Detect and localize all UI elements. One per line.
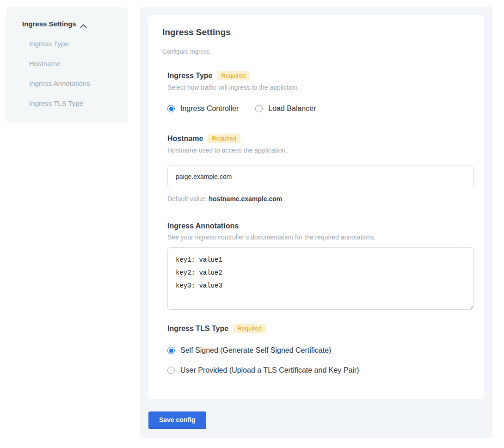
radio-label: Load Balancer	[268, 104, 316, 113]
section-ingress-type: Ingress Type Required Select how traffic…	[167, 71, 470, 113]
hostname-input[interactable]	[167, 166, 474, 187]
save-config-button[interactable]: Save config	[148, 411, 206, 429]
ingress-tls-radio-group: Self Signed (Generate Self Signed Certif…	[167, 346, 470, 374]
default-value-text: hostname.example.com	[209, 195, 283, 203]
radio-label: Ingress Controller	[180, 104, 239, 113]
config-card: Ingress Settings Configure Ingress Ingre…	[148, 15, 484, 399]
section-ingress-tls-type: Ingress TLS Type Required Self Signed (G…	[167, 324, 470, 374]
chevron-up-icon	[80, 22, 87, 26]
sidebar-group-ingress-settings[interactable]: Ingress Settings	[22, 20, 128, 28]
page-title: Ingress Settings	[162, 27, 470, 37]
radio-button-icon	[167, 105, 175, 112]
radio-button-icon	[167, 367, 175, 374]
sidebar-item-ingress-type[interactable]: Ingress Type	[29, 40, 128, 48]
radio-button-icon	[255, 105, 263, 112]
sidebar-group-label: Ingress Settings	[22, 20, 76, 28]
page-subtitle: Configure Ingress	[162, 48, 470, 55]
sidebar-item-ingress-tls-type[interactable]: Ingress TLS Type	[29, 99, 128, 107]
required-badge: Required	[217, 71, 250, 80]
hostname-default-line: Default value: hostname.example.com	[167, 195, 470, 203]
section-ingress-annotations: Ingress Annotations See your ingress con…	[167, 222, 470, 310]
settings-sidebar: Ingress Settings Ingress Type Hostname I…	[6, 7, 128, 123]
ingress-type-label: Ingress Type	[167, 72, 213, 80]
radio-self-signed[interactable]: Self Signed (Generate Self Signed Certif…	[167, 346, 470, 355]
config-panel: Ingress Settings Configure Ingress Ingre…	[140, 6, 492, 438]
radio-load-balancer[interactable]: Load Balancer	[255, 104, 316, 113]
sidebar-item-ingress-annotations[interactable]: Ingress Annotations	[29, 80, 128, 87]
required-badge: Required	[208, 134, 240, 143]
ingress-annotations-textarea[interactable]: key1: value1 key2: value2 key3: value3	[167, 247, 474, 310]
ingress-annotations-help: See your ingress controller's documentat…	[167, 233, 470, 241]
sidebar-item-hostname[interactable]: Hostname	[29, 60, 128, 68]
radio-label: Self Signed (Generate Self Signed Certif…	[180, 346, 331, 355]
radio-button-icon	[167, 347, 175, 354]
ingress-type-help: Select how traffic will ingress to the a…	[167, 84, 470, 91]
default-value-label: Default value:	[167, 195, 207, 203]
radio-user-provided[interactable]: User Provided (Upload a TLS Certificate …	[167, 366, 470, 374]
hostname-help: Hostname used to access the application.	[167, 147, 470, 154]
ingress-tls-type-label: Ingress TLS Type	[167, 325, 228, 333]
radio-ingress-controller[interactable]: Ingress Controller	[167, 104, 239, 113]
hostname-label: Hostname	[167, 135, 203, 143]
radio-label: User Provided (Upload a TLS Certificate …	[180, 366, 359, 374]
ingress-type-radio-group: Ingress Controller Load Balancer	[167, 104, 470, 113]
ingress-annotations-label: Ingress Annotations	[167, 222, 239, 230]
section-hostname: Hostname Required Hostname used to acces…	[167, 134, 470, 203]
required-badge: Required	[233, 324, 266, 333]
